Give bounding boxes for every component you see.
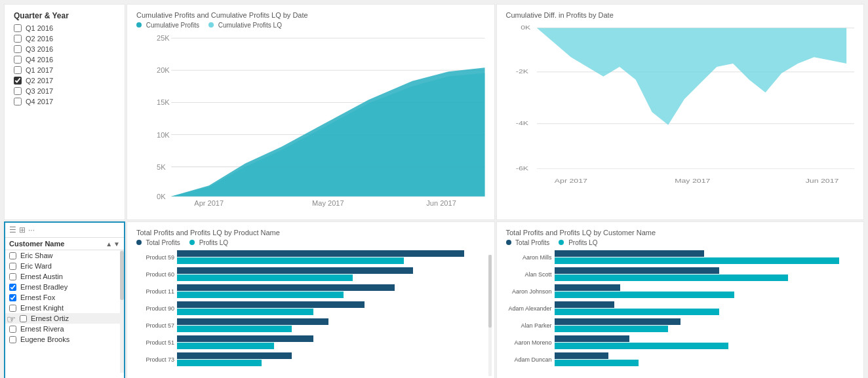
filter-item-q2-2016[interactable]: Q2 2016 bbox=[14, 35, 115, 43]
filter-checkbox-q4-2017[interactable] bbox=[14, 98, 22, 105]
filter-item-q1-2017[interactable]: Q1 2017 bbox=[14, 66, 115, 74]
bar-label-product60: Product 60 bbox=[136, 271, 174, 278]
filter-checkbox-q1-2017[interactable] bbox=[14, 66, 22, 74]
slicer-item-ernest-rivera[interactable]: Ernest Rivera bbox=[5, 324, 124, 334]
scrollbar-thumb[interactable] bbox=[120, 251, 124, 300]
bar-row-aaron-mills: Aaron Mills bbox=[506, 250, 855, 264]
bar-bars-product73 bbox=[177, 352, 480, 366]
legend-total-profits-product: Total Profits bbox=[136, 239, 180, 246]
slicer-label-ernest-austin: Ernest Austin bbox=[20, 273, 63, 280]
slicer-item-ernest-austin[interactable]: Ernest Austin bbox=[5, 271, 124, 282]
slicer-list[interactable]: Eric Shaw Eric Ward Ernest Austin Ernest… bbox=[5, 250, 124, 373]
bar-teal-alan-scott bbox=[555, 274, 789, 281]
bar-teal-aaron-moreno bbox=[555, 343, 728, 349]
slicer-item-ernest-ortiz[interactable]: ☞ Ernest Ortiz bbox=[5, 313, 124, 324]
bar-label-adam-alexander: Adam Alexander bbox=[506, 305, 552, 312]
table-icon[interactable]: ⊞ bbox=[19, 225, 26, 235]
bar-teal-aaron-mills bbox=[555, 257, 840, 264]
filter-item-q2-2017[interactable]: Q2 2017 bbox=[14, 77, 115, 85]
filter-checkbox-q3-2017[interactable] bbox=[14, 87, 22, 95]
slicer-label-ernest-fox: Ernest Fox bbox=[20, 293, 55, 301]
bar-teal-product59 bbox=[177, 257, 404, 264]
slicer-header: ☰ ⊞ ··· bbox=[5, 223, 124, 238]
product-bar-chart: Total Profits and Profits LQ by Product … bbox=[127, 221, 495, 378]
bar-label-product90: Product 90 bbox=[136, 305, 174, 312]
slicer-checkbox-ernest-knight[interactable] bbox=[9, 305, 16, 312]
slicer-item-eric-shaw[interactable]: Eric Shaw bbox=[5, 250, 124, 261]
bar-teal-alan-parker bbox=[555, 326, 669, 332]
bar-row-alan-parker: Alan Parker bbox=[506, 318, 855, 332]
legend-cumulative-profits: Cumulative Profits bbox=[136, 22, 199, 29]
slicer-checkbox-ernest-ortiz[interactable] bbox=[20, 315, 27, 322]
slicer-checkbox-eugene-brooks[interactable] bbox=[9, 336, 16, 343]
bar-bars-product60 bbox=[177, 267, 480, 281]
bar-label-product11: Product 11 bbox=[136, 288, 174, 295]
bar-row-adam-duncan: Adam Duncan bbox=[506, 352, 855, 366]
cursor-hand-icon: ☞ bbox=[7, 313, 16, 326]
bar-teal-product51 bbox=[177, 343, 274, 349]
slicer-checkbox-ernest-austin[interactable] bbox=[9, 273, 16, 280]
bar-row-aaron-johnson: Aaron Johnson bbox=[506, 284, 855, 298]
product-chart-scrollbar-thumb[interactable] bbox=[488, 255, 492, 328]
cumulative-lq-dot bbox=[208, 22, 214, 28]
slicer-label-ernest-ortiz: Ernest Ortiz bbox=[31, 314, 69, 322]
bar-bars-aaron-mills bbox=[555, 250, 855, 264]
slicer-item-ernest-bradley[interactable]: Ernest Bradley bbox=[5, 282, 124, 292]
bar-bars-aaron-johnson bbox=[555, 284, 855, 298]
slicer-item-eric-ward[interactable]: Eric Ward bbox=[5, 261, 124, 271]
diff-x-may: May 2017 bbox=[675, 177, 710, 184]
bar-dark-product90 bbox=[177, 301, 365, 308]
slicer-title-row: Customer Name ▲ ▼ bbox=[5, 238, 124, 250]
filter-checkbox-q2-2017[interactable] bbox=[14, 77, 22, 85]
diff-chart: Cumulative Diff. in Profits by Date 0K -… bbox=[496, 4, 865, 220]
slicer-item-ernest-fox[interactable]: Ernest Fox bbox=[5, 292, 124, 303]
bar-dark-adam-duncan bbox=[555, 352, 608, 359]
cumulative-chart-title: Cumulative Profits and Cumulative Profit… bbox=[136, 11, 485, 19]
hamburger-icon[interactable]: ☰ bbox=[9, 225, 16, 235]
bar-teal-product90 bbox=[177, 309, 313, 315]
filter-item-q3-2016[interactable]: Q3 2016 bbox=[14, 45, 115, 53]
x-label-apr: Apr 2017 bbox=[194, 199, 224, 207]
diff-y-neg6k: -6K bbox=[515, 164, 528, 172]
slicer-item-eugene-brooks[interactable]: Eugene Brooks bbox=[5, 334, 124, 345]
quarter-year-filter: Quarter & Year Q1 2016 Q2 2016 Q3 2016 Q… bbox=[4, 4, 125, 220]
more-icon[interactable]: ··· bbox=[28, 225, 35, 235]
profits-area bbox=[171, 67, 484, 196]
filter-item-q4-2017[interactable]: Q4 2017 bbox=[14, 98, 115, 105]
bar-bars-product57 bbox=[177, 318, 480, 332]
diff-y-0k: 0K bbox=[521, 24, 531, 31]
bar-dark-adam-alexander bbox=[555, 301, 615, 308]
cumulative-profits-dot bbox=[136, 22, 142, 28]
sort-desc-icon[interactable]: ▼ bbox=[113, 240, 120, 248]
x-label-may: May 2017 bbox=[312, 199, 344, 207]
bar-row-product11: Product 11 bbox=[136, 284, 480, 298]
bar-bars-aaron-moreno bbox=[555, 335, 855, 349]
bar-teal-adam-duncan bbox=[555, 360, 639, 366]
profits-lq-dot-customer bbox=[559, 240, 564, 245]
slicer-checkbox-eric-ward[interactable] bbox=[9, 263, 16, 270]
slicer-checkbox-ernest-fox[interactable] bbox=[9, 294, 16, 301]
filter-checkbox-q1-2016[interactable] bbox=[14, 24, 22, 32]
filter-item-q3-2017[interactable]: Q3 2017 bbox=[14, 87, 115, 95]
filter-checkbox-q2-2016[interactable] bbox=[14, 35, 22, 43]
slicer-label-eugene-brooks: Eugene Brooks bbox=[20, 335, 69, 343]
total-profits-dot-product bbox=[136, 240, 142, 245]
filter-label-q3-2016: Q3 2016 bbox=[26, 45, 53, 53]
bar-dark-product59 bbox=[177, 250, 464, 257]
filter-checkbox-q4-2016[interactable] bbox=[14, 56, 22, 64]
slicer-item-ernest-knight[interactable]: Ernest Knight bbox=[5, 303, 124, 313]
filter-label-q2-2017: Q2 2017 bbox=[26, 77, 53, 85]
customer-name-slicer: ☰ ⊞ ··· Customer Name ▲ ▼ Eric Shaw Eric… bbox=[4, 221, 125, 378]
bar-dark-alan-parker bbox=[555, 318, 681, 325]
slicer-checkbox-ernest-bradley[interactable] bbox=[9, 284, 16, 291]
scrollbar-track[interactable] bbox=[120, 250, 124, 373]
filter-checkbox-q3-2016[interactable] bbox=[14, 45, 22, 53]
slicer-checkbox-eric-shaw[interactable] bbox=[9, 252, 16, 259]
sort-asc-icon[interactable]: ▲ bbox=[106, 240, 112, 248]
customer-chart-title: Total Profits and Profits LQ by Customer… bbox=[506, 229, 855, 236]
filter-item-q4-2016[interactable]: Q4 2016 bbox=[14, 56, 115, 64]
product-chart-scrollbar[interactable] bbox=[488, 255, 492, 376]
filter-item-q1-2016[interactable]: Q1 2016 bbox=[14, 24, 115, 32]
slicer-checkbox-ernest-rivera[interactable] bbox=[9, 326, 16, 333]
legend-cumulative-lq: Cumulative Profits LQ bbox=[208, 22, 282, 29]
